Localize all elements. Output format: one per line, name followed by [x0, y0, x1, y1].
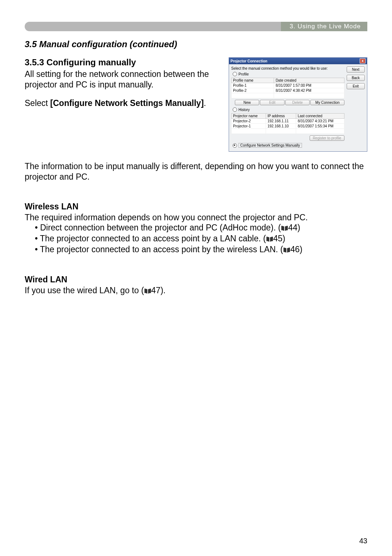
table-row[interactable]: Projector-1 192.168.1.10 8/31/2007 1:55:…	[232, 124, 344, 129]
dialog-body: Select the manual connection method you …	[229, 64, 367, 151]
intro-row: 3.5.3 Configuring manually All setting f…	[25, 57, 367, 152]
wired-lan-heading: Wired LAN	[25, 275, 367, 285]
intro-p2-a: Select	[25, 98, 50, 108]
wireless-bullets: Direct connection between the projector …	[25, 222, 367, 255]
radio-manual[interactable]	[233, 143, 237, 148]
projector-connection-dialog: Projector Connection x Select the manual…	[229, 57, 367, 152]
back-button[interactable]: Back	[347, 75, 365, 81]
cell: 8/31/2007 4:38:42 PM	[274, 88, 344, 93]
radio-profile[interactable]	[233, 72, 237, 76]
radio-history[interactable]	[233, 107, 237, 112]
history-th-name: Projector name	[232, 114, 266, 119]
dialog-prompt: Select the manual connection method you …	[231, 66, 344, 70]
book-icon	[266, 236, 273, 242]
profile-th-name: Profile name	[232, 78, 274, 83]
wired-text: If you use the wired LAN, go to (47).	[25, 285, 367, 296]
exit-button[interactable]: Exit	[347, 83, 365, 89]
cell: 8/31/2007 1:57:00 PM	[274, 83, 344, 88]
section-title: 3.5 Manual configuration (continued)	[25, 39, 367, 49]
register-row: Register to profile	[231, 135, 344, 141]
radio-manual-label: Configure Network Settings Manually	[238, 143, 302, 148]
intro-p2-bold: [Configure Network Settings Manually]	[50, 98, 204, 108]
cell: Projector-2	[232, 119, 266, 124]
header-bar: 3. Using the Live Mode	[25, 22, 367, 31]
intro-left: 3.5.3 Configuring manually All setting f…	[25, 57, 221, 108]
new-button[interactable]: New	[235, 100, 259, 105]
cell: 8/31/2007 4:33:21 PM	[296, 119, 344, 124]
chapter-label: 3. Using the Live Mode	[281, 22, 367, 31]
delete-button[interactable]: Delete	[285, 100, 310, 105]
cell: 192.168.1.10	[266, 124, 296, 129]
cell: 192.168.1.11	[266, 119, 296, 124]
my-connection-button[interactable]: My Connection	[310, 100, 344, 105]
history-table: Projector name IP address Last connected…	[231, 113, 344, 134]
bullet-text-end: )	[300, 245, 303, 254]
wireless-lan-heading: Wireless LAN	[25, 202, 367, 212]
wired-text-b: ).	[160, 286, 166, 295]
book-icon	[283, 247, 290, 253]
intro-p2-c: .	[204, 98, 206, 108]
close-icon[interactable]: x	[360, 58, 366, 64]
info-paragraph: The information to be input manually is …	[25, 161, 367, 182]
page-ref: 45	[273, 234, 283, 243]
book-icon	[281, 225, 288, 231]
table-row[interactable]: Profile-1 8/31/2007 1:57:00 PM	[232, 83, 344, 88]
intro-p1: All setting for the network connection b…	[25, 69, 221, 90]
bullet-text: The projector connected to an access poi…	[40, 234, 266, 243]
register-to-profile-button[interactable]: Register to profile	[310, 135, 344, 141]
page-number: 43	[359, 537, 367, 545]
history-th-ip: IP address	[266, 114, 296, 119]
radio-manual-row[interactable]: Configure Network Settings Manually	[233, 143, 344, 148]
table-row[interactable]: Projector-2 192.168.1.11 8/31/2007 4:33:…	[232, 119, 344, 124]
cell: 8/31/2007 1:55:34 PM	[296, 124, 344, 129]
bullet-item: The projector connected to an access poi…	[35, 244, 367, 255]
page-container: 3. Using the Live Mode 3.5 Manual config…	[0, 0, 392, 556]
radio-profile-row[interactable]: Profile	[233, 72, 344, 76]
page-ref: 46	[290, 245, 300, 254]
bullet-text: Direct connection between the projector …	[40, 223, 281, 232]
profile-th-date: Date created	[274, 78, 344, 83]
dialog-title-text: Projector Connection	[230, 59, 268, 63]
cell: Profile-1	[232, 83, 274, 88]
profile-button-row: New Edit Delete My Connection	[235, 100, 344, 105]
intro-p2: Select [Configure Network Settings Manua…	[25, 98, 221, 109]
dialog-side-buttons: Next Back Exit	[347, 66, 365, 149]
radio-history-row[interactable]: History	[233, 107, 344, 112]
page-ref: 47	[151, 286, 161, 295]
wireless-intro: The required information depends on how …	[25, 212, 367, 223]
dialog-main: Select the manual connection method you …	[231, 66, 344, 149]
radio-history-label: History	[238, 108, 250, 112]
radio-profile-label: Profile	[238, 72, 249, 76]
bullet-item: The projector connected to an access poi…	[35, 233, 367, 244]
dialog-titlebar: Projector Connection x	[229, 58, 367, 64]
profile-table: Profile name Date created Profile-1 8/31…	[231, 78, 344, 98]
bullet-text: The projector connected to an access poi…	[40, 245, 283, 254]
edit-button[interactable]: Edit	[260, 100, 284, 105]
bullet-text-end: )	[282, 234, 285, 243]
subsection-title: 3.5.3 Configuring manually	[25, 57, 221, 68]
page-ref: 44	[288, 223, 298, 232]
bullet-item: Direct connection between the projector …	[35, 222, 367, 233]
wired-text-a: If you use the wired LAN, go to (	[25, 286, 144, 295]
table-row[interactable]: Profile-2 8/31/2007 4:38:42 PM	[232, 88, 344, 93]
book-icon	[144, 288, 151, 294]
next-button[interactable]: Next	[347, 66, 365, 73]
cell: Profile-2	[232, 88, 274, 93]
cell: Projector-1	[232, 124, 266, 129]
bullet-text-end: )	[298, 223, 301, 232]
history-th-date: Last connected	[296, 114, 344, 119]
